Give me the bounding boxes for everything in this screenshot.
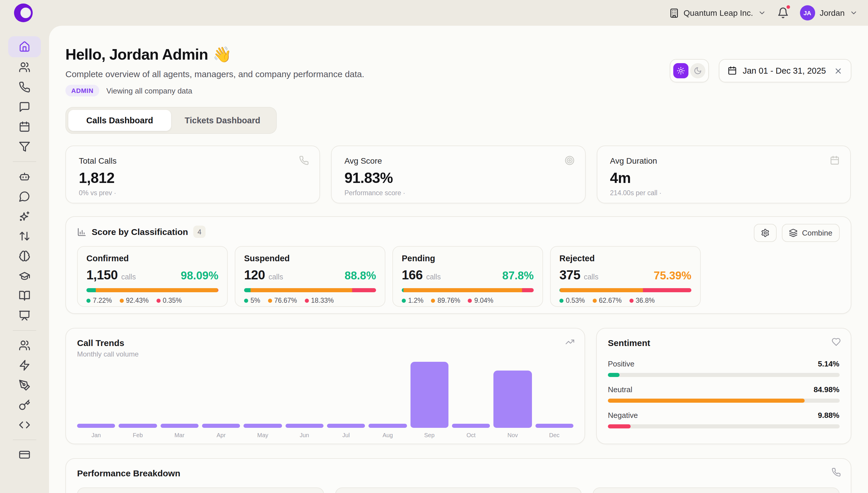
sidebar-item-users[interactable] — [8, 57, 41, 77]
credit-card-icon — [19, 449, 30, 460]
sidebar-item-key[interactable] — [8, 395, 41, 415]
performance-breakdown-panel: Performance Breakdown Total CallsActive … — [65, 458, 851, 493]
sidebar-item-sparkles[interactable] — [8, 206, 41, 226]
classification-card-rejected: Rejected375calls75.39%0.53%62.67%36.8% — [550, 246, 701, 307]
calendar-icon — [728, 66, 737, 76]
tab-calls-dashboard[interactable]: Calls Dashboard — [68, 110, 171, 131]
classification-card-confirmed: Confirmed1,150calls98.09%7.22%92.43%0.35… — [77, 246, 228, 307]
x-label: Nov — [494, 432, 532, 438]
breakdown-card-active-agents: Active Agents — [335, 488, 581, 493]
sidebar-item-message-circle[interactable] — [8, 187, 41, 206]
home-icon — [19, 41, 30, 52]
bar — [285, 424, 323, 428]
x-label: Oct — [452, 432, 490, 438]
sidebar-item-graduation-cap[interactable] — [8, 266, 41, 286]
sidebar-item-brain[interactable] — [8, 246, 41, 266]
legend-dot-icon — [268, 298, 272, 302]
sidebar-item-arrow-up-down[interactable] — [8, 226, 41, 246]
user-name: Jordan — [820, 8, 845, 18]
key-icon — [19, 399, 30, 411]
bar-chart-icon — [77, 227, 86, 236]
graduation-cap-icon — [19, 270, 30, 282]
classification-calls: 166 — [402, 268, 423, 283]
stat-note: 0% vs prev · — [79, 189, 306, 196]
legend-item: 18.33% — [304, 297, 334, 304]
sentiment-pct: 5.14% — [818, 360, 839, 368]
sidebar-divider — [13, 161, 36, 162]
chevron-down-icon — [849, 9, 858, 17]
sidebar-item-home[interactable] — [8, 36, 41, 57]
trend-bar-jun — [285, 362, 323, 428]
x-label: Jul — [327, 432, 365, 438]
sidebar-item-filter[interactable] — [8, 137, 41, 157]
sidebar-item-message-square[interactable] — [8, 97, 41, 117]
sentiment-label: Positive — [608, 360, 635, 368]
theme-dark-button[interactable] — [690, 63, 705, 78]
sentiment-row-positive: Positive5.14% — [608, 360, 839, 377]
sidebar-divider — [13, 330, 36, 331]
classification-actions: Combine — [754, 224, 839, 242]
avatar: JA — [800, 5, 815, 20]
classification-legend: 5%76.67%18.33% — [244, 297, 376, 304]
classification-name: Rejected — [559, 254, 691, 263]
sidebar — [0, 26, 49, 493]
legend-item: 9.04% — [468, 297, 493, 304]
classification-calls-unit: calls — [584, 273, 598, 281]
sidebar-item-zap[interactable] — [8, 355, 41, 375]
sidebar-item-pen-tool[interactable] — [8, 375, 41, 395]
x-label: Sep — [410, 432, 449, 438]
breakdown-card-total-calls: Total Calls — [77, 488, 324, 493]
legend-dot-icon — [119, 298, 123, 302]
sidebar-item-credit-card[interactable] — [8, 445, 41, 465]
date-range-button[interactable]: Jan 01 - Dec 31, 2025 — [719, 59, 851, 82]
stat-label: Avg Score — [344, 156, 572, 165]
notifications-button[interactable] — [777, 7, 789, 19]
tab-tickets-dashboard[interactable]: Tickets Dashboard — [171, 110, 274, 131]
legend-item: 5% — [244, 297, 260, 304]
sidebar-item-users[interactable] — [8, 336, 41, 355]
classification-name: Confirmed — [86, 254, 219, 263]
sidebar-item-bot[interactable] — [8, 167, 41, 187]
legend-item: 1.2% — [402, 297, 423, 304]
bar — [202, 424, 240, 428]
calendar-icon — [19, 121, 30, 133]
combine-label: Combine — [802, 229, 832, 237]
dashboard-tabs: Calls DashboardTickets Dashboard — [65, 107, 277, 134]
stat-label: Total Calls — [79, 156, 306, 165]
theme-light-button[interactable] — [673, 63, 688, 78]
classification-calls: 375 — [559, 268, 580, 283]
bar-segment — [251, 288, 352, 292]
x-label: May — [244, 432, 282, 438]
zap-icon — [19, 360, 30, 371]
legend-dot-icon — [86, 298, 91, 302]
role-badge: ADMIN — [65, 85, 99, 97]
sidebar-item-book-open[interactable] — [8, 286, 41, 306]
score-by-classification-panel: Score by Classification 4 Combine Confir… — [65, 216, 851, 314]
gear-icon — [761, 229, 770, 237]
sentiment-line: Positive5.14% — [608, 360, 839, 368]
org-switcher[interactable]: Quantum Leap Inc. — [669, 8, 766, 18]
app-logo[interactable] — [14, 3, 33, 22]
classification-cards: Confirmed1,150calls98.09%7.22%92.43%0.35… — [77, 246, 839, 307]
sidebar-item-code[interactable] — [8, 415, 41, 435]
trending-up-icon — [565, 337, 575, 347]
combine-button[interactable]: Combine — [782, 224, 839, 242]
clear-date-icon[interactable] — [833, 66, 842, 75]
user-menu[interactable]: JA Jordan — [800, 5, 858, 20]
bar-segment — [403, 288, 522, 292]
sidebar-item-presentation[interactable] — [8, 306, 41, 325]
classification-legend: 0.53%62.67%36.8% — [559, 297, 691, 304]
stat-value: 4m — [610, 170, 838, 187]
heart-icon — [831, 337, 841, 347]
classification-title: Score by Classification — [92, 227, 188, 237]
sidebar-item-phone[interactable] — [8, 77, 41, 97]
sentiment-fill — [608, 373, 620, 377]
trend-bar-sep — [410, 362, 449, 428]
sidebar-item-calendar[interactable] — [8, 117, 41, 137]
bar-segment — [643, 288, 691, 292]
stat-note: 214.00s per call · — [610, 189, 838, 196]
stats-row: Total Calls1,8120% vs prev ·Avg Score91.… — [65, 146, 851, 203]
arrow-up-down-icon — [19, 230, 30, 242]
stat-value: 1,812 — [79, 170, 306, 187]
classification-settings-button[interactable] — [754, 224, 777, 242]
